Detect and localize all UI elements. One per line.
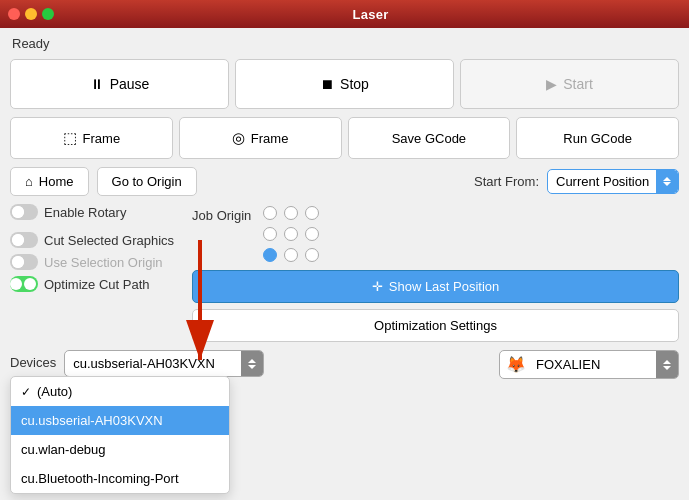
minimize-button[interactable] bbox=[25, 8, 37, 20]
dropdown-usbserial-label: cu.usbserial-AH03KVXN bbox=[21, 413, 163, 428]
stop-icon: ⏹ bbox=[320, 76, 334, 92]
devices-row: Devices (Auto) cu.usbserial-AH03KVXN cu.… bbox=[10, 350, 264, 377]
dropdown-auto-label: (Auto) bbox=[37, 384, 72, 399]
go-to-origin-button[interactable]: Go to Origin bbox=[97, 167, 197, 196]
devices-label: Devices bbox=[10, 355, 56, 370]
select-arrows bbox=[656, 170, 678, 193]
job-origin-section: Job Origin bbox=[192, 204, 679, 264]
fox-select-wrapper[interactable]: 🦊 FOXALIEN bbox=[499, 350, 679, 379]
devices-section: Devices (Auto) cu.usbserial-AH03KVXN cu.… bbox=[10, 350, 264, 377]
devices-select-wrapper[interactable]: (Auto) cu.usbserial-AH03KVXN cu.wlan-deb… bbox=[64, 350, 264, 377]
check-mark-icon: ✓ bbox=[21, 385, 31, 399]
start-from-label: Start From: bbox=[474, 174, 539, 189]
home-origin-row: ⌂ Home Go to Origin Start From: Current … bbox=[10, 167, 679, 196]
show-last-position-button[interactable]: ✛ Show Last Position bbox=[192, 270, 679, 303]
go-to-origin-label: Go to Origin bbox=[112, 174, 182, 189]
frame1-button[interactable]: ⬚ Frame bbox=[10, 117, 173, 159]
window-controls[interactable] bbox=[8, 8, 54, 20]
optimize-cut-row: Optimize Cut Path bbox=[10, 276, 174, 292]
dropdown-bluetooth-label: cu.Bluetooth-Incoming-Port bbox=[21, 471, 179, 486]
devices-dropdown-menu: ✓ (Auto) cu.usbserial-AH03KVXN cu.wlan-d… bbox=[10, 376, 230, 494]
control-buttons-row: ⏸ Pause ⏹ Stop ▶ Start bbox=[10, 59, 679, 109]
enable-rotary-toggle[interactable] bbox=[10, 204, 38, 220]
status-label: Ready bbox=[10, 36, 679, 51]
dropdown-bluetooth[interactable]: cu.Bluetooth-Incoming-Port bbox=[11, 464, 229, 493]
start-from-section: Start From: Current Position Absolute Co… bbox=[474, 169, 679, 194]
cut-selected-label: Cut Selected Graphics bbox=[44, 233, 174, 248]
show-last-position-label: Show Last Position bbox=[389, 279, 500, 294]
dot-tr[interactable] bbox=[305, 206, 319, 220]
fox-device-section: 🦊 FOXALIEN bbox=[499, 350, 679, 379]
start-icon: ▶ bbox=[546, 76, 557, 92]
toggle-options: Enable Rotary Cut Selected Graphics Use … bbox=[10, 204, 174, 342]
frame1-icon: ⬚ bbox=[63, 129, 77, 147]
optimization-settings-button[interactable]: Optimization Settings bbox=[192, 309, 679, 342]
fox-arrow-down bbox=[663, 366, 671, 370]
arrow-up-icon bbox=[663, 177, 671, 181]
save-gcode-button[interactable]: Save GCode bbox=[348, 117, 511, 159]
pause-button[interactable]: ⏸ Pause bbox=[10, 59, 229, 109]
enable-rotary-row: Enable Rotary bbox=[10, 204, 174, 220]
crosshair-icon: ✛ bbox=[372, 279, 383, 294]
frame2-label: Frame bbox=[251, 131, 289, 146]
run-gcode-label: Run GCode bbox=[563, 131, 632, 146]
fox-icon: 🦊 bbox=[500, 351, 532, 378]
devices-select[interactable]: (Auto) cu.usbserial-AH03KVXN cu.wlan-deb… bbox=[65, 351, 263, 376]
dropdown-wlan[interactable]: cu.wlan-debug bbox=[11, 435, 229, 464]
frame1-label: Frame bbox=[83, 131, 121, 146]
start-from-select-wrapper[interactable]: Current Position Absolute Coords User Or… bbox=[547, 169, 679, 194]
main-content: Ready ⏸ Pause ⏹ Stop ▶ Start ⬚ Frame ◎ F… bbox=[0, 28, 689, 387]
save-gcode-label: Save GCode bbox=[392, 131, 466, 146]
dot-mc[interactable] bbox=[284, 227, 298, 241]
dot-ml[interactable] bbox=[263, 227, 277, 241]
opt-settings-label: Optimization Settings bbox=[374, 318, 497, 333]
options-section: Enable Rotary Cut Selected Graphics Use … bbox=[10, 204, 679, 342]
bottom-section: Devices (Auto) cu.usbserial-AH03KVXN cu.… bbox=[10, 350, 679, 379]
dot-mr[interactable] bbox=[305, 227, 319, 241]
job-origin-grid bbox=[263, 206, 321, 264]
fox-select[interactable]: FOXALIEN bbox=[532, 352, 656, 377]
job-origin-label: Job Origin bbox=[192, 204, 251, 227]
start-label: Start bbox=[563, 76, 593, 92]
title-bar: Laser bbox=[0, 0, 689, 28]
dot-bc[interactable] bbox=[284, 248, 298, 262]
enable-rotary-label: Enable Rotary bbox=[44, 205, 126, 220]
dropdown-wlan-label: cu.wlan-debug bbox=[21, 442, 106, 457]
home-button[interactable]: ⌂ Home bbox=[10, 167, 89, 196]
fox-arrows bbox=[656, 351, 678, 378]
dot-tc[interactable] bbox=[284, 206, 298, 220]
dot-bl[interactable] bbox=[263, 248, 277, 262]
maximize-button[interactable] bbox=[42, 8, 54, 20]
dot-br[interactable] bbox=[305, 248, 319, 262]
cut-selected-toggle[interactable] bbox=[10, 232, 38, 248]
pause-icon: ⏸ bbox=[90, 76, 104, 92]
use-selection-row: Use Selection Origin bbox=[10, 254, 174, 270]
right-options: Job Origin ✛ Show Last Position bbox=[192, 204, 679, 342]
close-button[interactable] bbox=[8, 8, 20, 20]
window-title: Laser bbox=[60, 7, 681, 22]
home-icon: ⌂ bbox=[25, 174, 33, 189]
optimize-cut-toggle[interactable] bbox=[10, 276, 38, 292]
dropdown-usbserial[interactable]: cu.usbserial-AH03KVXN bbox=[11, 406, 229, 435]
use-selection-label: Use Selection Origin bbox=[44, 255, 163, 270]
run-gcode-button[interactable]: Run GCode bbox=[516, 117, 679, 159]
stop-label: Stop bbox=[340, 76, 369, 92]
frame2-icon: ◎ bbox=[232, 129, 245, 147]
dot-tl[interactable] bbox=[263, 206, 277, 220]
fox-arrow-up bbox=[663, 360, 671, 364]
frame-buttons-row: ⬚ Frame ◎ Frame Save GCode Run GCode bbox=[10, 117, 679, 159]
home-label: Home bbox=[39, 174, 74, 189]
arrow-down-icon bbox=[663, 182, 671, 186]
cut-selected-row: Cut Selected Graphics bbox=[10, 232, 174, 248]
stop-button[interactable]: ⏹ Stop bbox=[235, 59, 454, 109]
dropdown-auto[interactable]: ✓ (Auto) bbox=[11, 377, 229, 406]
use-selection-toggle[interactable] bbox=[10, 254, 38, 270]
frame2-button[interactable]: ◎ Frame bbox=[179, 117, 342, 159]
pause-label: Pause bbox=[110, 76, 150, 92]
start-button[interactable]: ▶ Start bbox=[460, 59, 679, 109]
optimize-cut-label: Optimize Cut Path bbox=[44, 277, 150, 292]
